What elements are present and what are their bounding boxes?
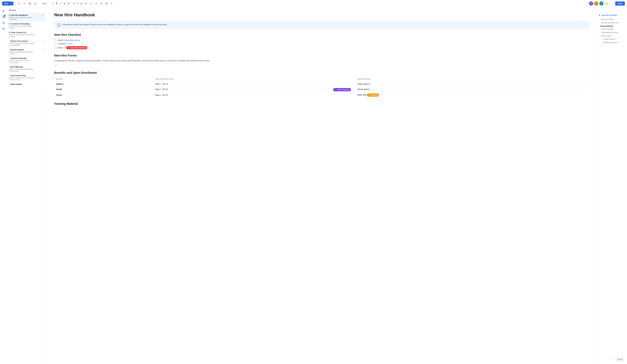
- checkbox-3[interactable]: [54, 47, 56, 49]
- recent-item[interactable]: Customer Onboarding ☆ Edited 4 days ago …: [7, 21, 46, 30]
- outline-more-button[interactable]: ···: [623, 9, 625, 12]
- recent-item-name: Customer Onboarding: [11, 23, 42, 25]
- star-icon-button[interactable]: [1, 26, 6, 31]
- numbered-list-icon: [95, 2, 97, 4]
- comments-button[interactable]: 💬: [604, 1, 609, 6]
- recent-item-star-empty[interactable]: ☆: [42, 23, 44, 25]
- recent-item-star[interactable]: ★: [42, 40, 44, 42]
- recent-item[interactable]: Technical Estimates ☆ Edited 14 days ago…: [7, 56, 46, 65]
- announcement-box: 💬 Recruitment efforts have begun! Please…: [54, 21, 589, 29]
- checklist-item-3: Watch O Oscar de la Cavalleria: [54, 46, 589, 50]
- add-row: +: [54, 64, 589, 67]
- onboarding-training-link[interactable]: onboarding training: [64, 39, 80, 41]
- recent-item-star-empty[interactable]: ☆: [42, 66, 44, 68]
- recent-item[interactable]: Team Comms Plan ☆ Edited 1 month ago by …: [7, 73, 46, 82]
- table-button[interactable]: [104, 2, 108, 5]
- italic-button[interactable]: I: [59, 2, 62, 5]
- recent-item-meta: Edited 23 minutes ago by Daniel Pierce: [9, 34, 44, 36]
- col-benefits: Benefits: [54, 77, 153, 81]
- share-button[interactable]: Share: [615, 1, 625, 5]
- bullet-list-button[interactable]: [89, 2, 93, 5]
- underline-button[interactable]: U: [63, 2, 66, 5]
- active-dot: [9, 15, 10, 16]
- saved-badge: Saved: [615, 357, 624, 361]
- recent-item-meta: Edited 4 days ago by Adrienne Larson: [9, 43, 44, 44]
- layout-icon-button[interactable]: [28, 2, 32, 5]
- recent-item-star-empty[interactable]: ☆: [42, 31, 44, 33]
- checklist-text-1: Attend onboarding training: [58, 39, 80, 41]
- indent-icon: [100, 2, 103, 4]
- docs-icon-button[interactable]: 3: [1, 15, 6, 19]
- numbered-list-button[interactable]: [94, 2, 98, 5]
- i9-form-link[interactable]: I-9 form: [66, 43, 73, 45]
- outline-item-checklist[interactable]: New Hire Checklist: [601, 14, 618, 17]
- recent-item[interactable]: New Hire Handbook ★ Edited 5 mins ago by…: [8, 13, 45, 21]
- recent-item-star[interactable]: ★: [42, 14, 44, 16]
- new-button[interactable]: New: [2, 1, 10, 5]
- benefits-table: Benefits Open Enrollment Dates Benefits …: [54, 76, 589, 98]
- app-logo-button[interactable]: [1, 9, 6, 13]
- recent-item-folder: Decks: [9, 53, 44, 54]
- outline-item-onboarding-schedule[interactable]: Onboarding Schedule: [599, 31, 625, 34]
- more-formats-button[interactable]: [110, 2, 114, 5]
- search-icon: [23, 2, 26, 5]
- split-icon-button[interactable]: [33, 2, 37, 5]
- cursor-oscar-avatar: O: [67, 47, 70, 49]
- checklist-text-3: Watch: [58, 47, 63, 49]
- bold-button[interactable]: B: [55, 2, 58, 5]
- recent-item[interactable]: Team Contact List ☆ Edited 23 minutes ag…: [7, 30, 46, 39]
- more-options-button[interactable]: ···: [610, 1, 614, 6]
- recent-item-meta: Edited 1 month ago by Lizzie Garland: [9, 77, 44, 79]
- recent-item[interactable]: Project Asset Library ★ Edited 4 days ag…: [7, 39, 46, 47]
- folder-icon: [9, 27, 11, 29]
- recent-item-star[interactable]: ★: [42, 49, 44, 51]
- checklist-item-1: Attend onboarding training: [54, 38, 589, 42]
- recent-item-folder: Finance Dept: [9, 79, 44, 80]
- font-size-select[interactable]: 14121618: [71, 2, 78, 5]
- font-color-button[interactable]: A: [80, 2, 83, 5]
- align-button[interactable]: [84, 2, 88, 5]
- outline-item-benefits[interactable]: Benefits and Open Enr...: [599, 21, 625, 25]
- table-row-medical: Medical Sept 1 - Oct 15 Abayo Stevens: [54, 81, 589, 87]
- new-dropdown-button[interactable]: ▾: [10, 2, 13, 5]
- format-select[interactable]: Body Heading 1 Heading 2 Heading 3: [41, 2, 54, 5]
- folder-icon: [9, 70, 11, 72]
- checkbox-1[interactable]: [54, 39, 56, 41]
- search-icon-button[interactable]: [22, 2, 27, 5]
- cursor-bar-vision: [366, 94, 366, 96]
- outline-item-people-partners[interactable]: People Partners: [599, 38, 625, 41]
- recent-item-star-empty[interactable]: ☆: [42, 83, 44, 85]
- indent-button[interactable]: [99, 2, 104, 5]
- recent-item[interactable]: Session Agenda ★ Edited 10 days ago by M…: [7, 47, 46, 56]
- outline-item-recent-updates[interactable]: Recent Updates: [599, 28, 625, 31]
- cursor-pol: D Pol Soria: [367, 94, 379, 97]
- svg-rect-1: [29, 2, 30, 4]
- recent-item-meta: Edited 4 days ago by Alvin Williams: [9, 25, 44, 27]
- table-row-dental: Dental Sept 1 - Oct 15 Nwoye Akachi: [54, 87, 589, 92]
- recent-item[interactable]: Bill of Materials ☆ Edited 25 days ago b…: [7, 65, 46, 73]
- outline-item-key-contacts[interactable]: Key Contacts: [599, 34, 625, 38]
- svg-rect-2: [30, 2, 31, 3]
- recent-item-meta: Edited 25 days ago by Robert Marks: [9, 68, 44, 70]
- svg-point-6: [90, 4, 91, 4]
- recent-item-name: Technical Estimates: [10, 57, 42, 59]
- cell-medical-name: Medical: [54, 81, 153, 87]
- recent-item[interactable]: Status Update ☆: [7, 82, 46, 87]
- recent-item-name: New Hire Handbook: [11, 14, 42, 16]
- add-content-button[interactable]: +: [54, 64, 57, 67]
- cell-medical-dates: Sept 1 - Oct 15: [153, 81, 356, 87]
- cell-dental-name: Dental: [54, 87, 153, 92]
- outline-item-manager-training[interactable]: Manager training co....: [599, 41, 625, 44]
- folder-icon-button[interactable]: [17, 2, 21, 5]
- outline-item-forms[interactable]: New Hire Forms: [599, 18, 625, 21]
- checklist-item-2: Complete I-9 form: [54, 42, 589, 46]
- col-partners: Benefits Partners: [356, 77, 589, 81]
- cursor-adaora: D Adaora Azubuike: [333, 88, 351, 91]
- recent-item-star-empty[interactable]: ☆: [42, 57, 44, 59]
- strikethrough-button[interactable]: S: [67, 2, 70, 5]
- checkbox-2[interactable]: [54, 43, 56, 45]
- recent-item-star-empty[interactable]: ☆: [42, 75, 44, 77]
- cell-dental-dates: Sept 1 - Oct 15: [153, 87, 356, 92]
- recent-item-folder: Notes: [9, 36, 44, 37]
- clock-icon-button[interactable]: [1, 20, 6, 25]
